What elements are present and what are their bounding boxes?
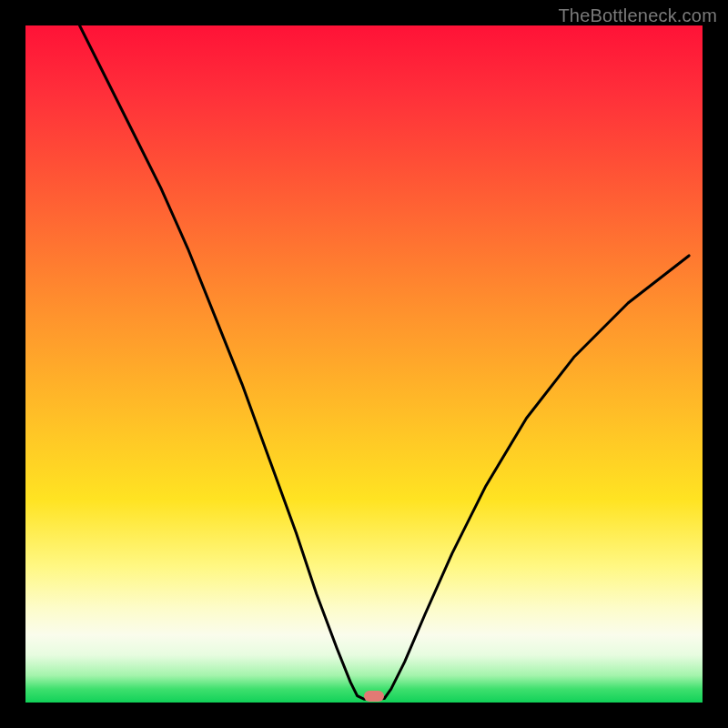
- curve-svg: [25, 25, 703, 703]
- watermark-text: TheBottleneck.com: [558, 5, 717, 26]
- chart-frame: TheBottleneck.com: [0, 0, 728, 728]
- plot-area: [25, 25, 703, 703]
- bottleneck-curve: [80, 25, 690, 699]
- min-marker: [364, 691, 384, 702]
